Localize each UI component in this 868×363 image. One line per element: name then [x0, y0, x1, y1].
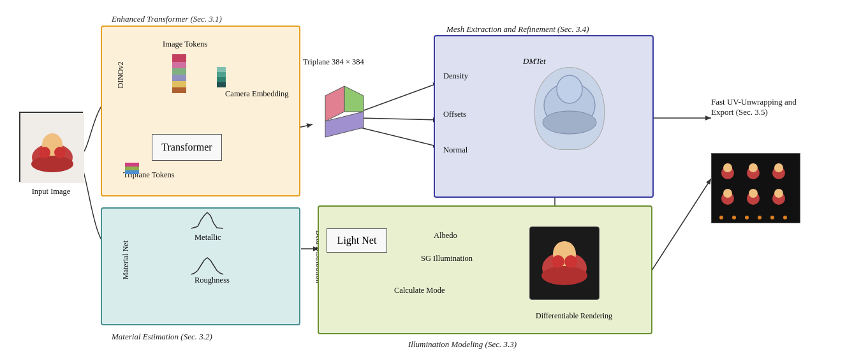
svg-point-30 [541, 266, 587, 285]
uv-output-svg [712, 154, 800, 223]
calculate-mode-label: Calculate Mode [394, 286, 445, 295]
svg-point-27 [543, 111, 596, 134]
triplane-token-strip [125, 163, 139, 174]
rendered-doll [529, 226, 600, 300]
density-label: Density [443, 71, 468, 81]
svg-marker-23 [325, 86, 344, 121]
image-tokens-label: Image Tokens [163, 40, 207, 49]
svg-point-38 [774, 163, 783, 172]
svg-point-45 [719, 216, 723, 219]
material-estimation-label: Material Estimation (Sec. 3.2) [112, 332, 212, 342]
sg-illumination-label: SG Illumination [421, 254, 473, 263]
mesh-svg [538, 70, 601, 147]
svg-point-56 [54, 147, 66, 158]
token-strip [172, 54, 186, 96]
camera-token-strip [217, 67, 226, 93]
svg-point-48 [758, 216, 761, 219]
transformer-label: Transformer [161, 142, 212, 153]
metallic-curve [188, 211, 226, 233]
svg-point-26 [557, 75, 582, 103]
albedo-label: Albedo [434, 231, 457, 241]
material-net-label: Material Net [121, 241, 131, 279]
metallic-label: Metallic [195, 233, 221, 242]
svg-point-49 [770, 216, 774, 219]
enhanced-transformer-label: Enhanced Transformer (Sec. 3.1) [112, 14, 222, 24]
svg-point-34 [723, 163, 732, 172]
svg-point-42 [749, 189, 758, 198]
camera-embedding-label: Camera Embedding [225, 89, 289, 99]
svg-point-54 [31, 156, 73, 172]
input-image-box [19, 112, 83, 182]
mesh-extraction-label: Mesh Extraction and Refinement (Sec. 3.4… [446, 24, 589, 34]
dmtet-label: DMTet [523, 56, 546, 66]
fast-uv-label: Fast UV-Unwrapping and Export (Sec. 3.5) [711, 97, 800, 117]
svg-marker-24 [344, 86, 364, 112]
dinov2-label: DINOv2 [116, 62, 126, 89]
svg-point-47 [745, 216, 749, 219]
input-doll-svg [20, 113, 84, 183]
transformer-block: Transformer [152, 134, 222, 161]
offsets-label: Offsets [443, 110, 466, 119]
triplane-label: Triplane 384 × 384 [303, 57, 364, 67]
mesh-shape [534, 67, 605, 150]
svg-line-21 [649, 179, 711, 274]
svg-point-55 [39, 147, 50, 158]
illumination-modeling-label: Illumination Modeling (Sec. 3.3) [408, 339, 517, 350]
triplane-visual: Triplane 384 × 384 [313, 77, 376, 143]
fast-uv-output [711, 153, 800, 223]
input-image-label: Input Image [19, 187, 83, 196]
light-net-label: Light Net [337, 235, 377, 246]
svg-point-44 [774, 189, 783, 198]
svg-point-32 [564, 255, 577, 268]
roughness-curve [188, 254, 226, 278]
diagram: Enhanced Transformer (Sec. 3.1) DINOv2 I… [0, 0, 868, 363]
svg-point-50 [783, 216, 787, 219]
svg-point-40 [723, 189, 732, 198]
normal-label: Normal [443, 145, 467, 155]
light-net-block: Light Net [327, 228, 387, 253]
differentiable-rendering-label: Differentiable Rendering [536, 311, 612, 321]
svg-point-31 [552, 255, 564, 268]
doll-svg [533, 230, 596, 297]
svg-point-36 [749, 163, 758, 172]
svg-point-46 [732, 216, 736, 219]
